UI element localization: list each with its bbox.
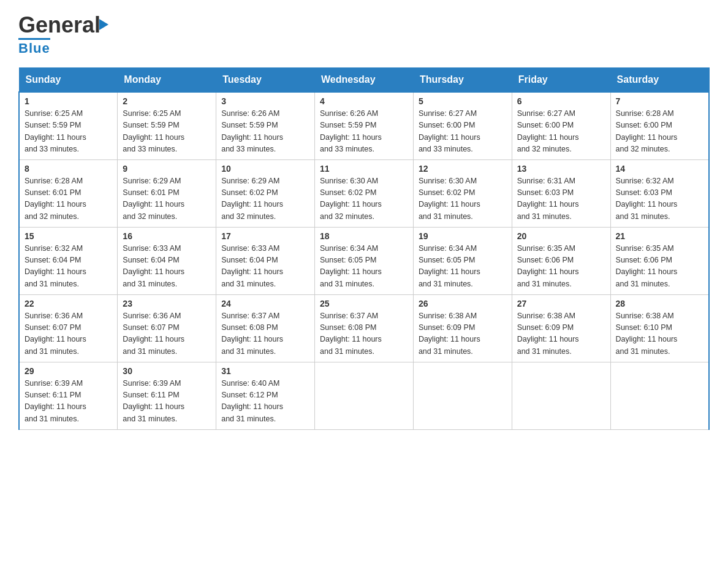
calendar-cell <box>512 362 610 429</box>
day-info: Sunrise: 6:27 AMSunset: 6:00 PMDaylight:… <box>419 108 507 156</box>
week-row-1: 1Sunrise: 6:25 AMSunset: 5:59 PMDaylight… <box>19 92 709 159</box>
calendar-cell: 7Sunrise: 6:28 AMSunset: 6:00 PMDaylight… <box>610 92 709 159</box>
calendar-cell: 20Sunrise: 6:35 AMSunset: 6:06 PMDayligh… <box>512 227 610 294</box>
calendar-cell: 18Sunrise: 6:34 AMSunset: 6:05 PMDayligh… <box>315 227 414 294</box>
week-row-5: 29Sunrise: 6:39 AMSunset: 6:11 PMDayligh… <box>19 362 709 429</box>
calendar-cell: 30Sunrise: 6:39 AMSunset: 6:11 PMDayligh… <box>118 362 216 429</box>
calendar-cell: 19Sunrise: 6:34 AMSunset: 6:05 PMDayligh… <box>413 227 512 294</box>
day-number: 9 <box>123 164 211 174</box>
calendar-table: SundayMondayTuesdayWednesdayThursdayFrid… <box>18 67 710 430</box>
calendar-cell: 12Sunrise: 6:30 AMSunset: 6:02 PMDayligh… <box>413 159 512 227</box>
calendar-cell: 25Sunrise: 6:37 AMSunset: 6:08 PMDayligh… <box>315 294 414 362</box>
day-number: 24 <box>221 299 309 308</box>
day-number: 17 <box>221 231 309 241</box>
calendar-header-row: SundayMondayTuesdayWednesdayThursdayFrid… <box>19 68 709 93</box>
day-number: 22 <box>25 299 112 308</box>
calendar-cell: 22Sunrise: 6:36 AMSunset: 6:07 PMDayligh… <box>19 294 118 362</box>
calendar-cell: 13Sunrise: 6:31 AMSunset: 6:03 PMDayligh… <box>512 159 610 227</box>
day-info: Sunrise: 6:38 AMSunset: 6:09 PMDaylight:… <box>517 310 605 358</box>
day-info: Sunrise: 6:36 AMSunset: 6:07 PMDaylight:… <box>25 310 112 358</box>
day-number: 28 <box>616 299 703 308</box>
week-row-3: 15Sunrise: 6:32 AMSunset: 6:04 PMDayligh… <box>19 227 709 294</box>
calendar-cell: 15Sunrise: 6:32 AMSunset: 6:04 PMDayligh… <box>19 227 118 294</box>
day-info: Sunrise: 6:34 AMSunset: 6:05 PMDaylight:… <box>419 243 507 291</box>
calendar-cell: 21Sunrise: 6:35 AMSunset: 6:06 PMDayligh… <box>610 227 709 294</box>
day-info: Sunrise: 6:28 AMSunset: 6:00 PMDaylight:… <box>616 108 703 156</box>
calendar-cell: 1Sunrise: 6:25 AMSunset: 5:59 PMDaylight… <box>19 92 118 159</box>
day-info: Sunrise: 6:29 AMSunset: 6:01 PMDaylight:… <box>123 175 211 223</box>
calendar-cell: 16Sunrise: 6:33 AMSunset: 6:04 PMDayligh… <box>118 227 216 294</box>
calendar-cell: 17Sunrise: 6:33 AMSunset: 6:04 PMDayligh… <box>216 227 315 294</box>
calendar-cell: 29Sunrise: 6:39 AMSunset: 6:11 PMDayligh… <box>19 362 118 429</box>
day-info: Sunrise: 6:30 AMSunset: 6:02 PMDaylight:… <box>419 175 507 223</box>
logo: General Blue <box>18 12 108 56</box>
calendar-cell: 2Sunrise: 6:25 AMSunset: 5:59 PMDaylight… <box>118 92 216 159</box>
day-info: Sunrise: 6:32 AMSunset: 6:03 PMDaylight:… <box>616 175 703 223</box>
day-number: 13 <box>517 164 605 174</box>
day-number: 4 <box>320 96 408 106</box>
day-number: 16 <box>123 231 211 241</box>
day-number: 31 <box>221 366 309 376</box>
calendar-cell: 23Sunrise: 6:36 AMSunset: 6:07 PMDayligh… <box>118 294 216 362</box>
day-number: 1 <box>25 96 112 106</box>
calendar-cell: 27Sunrise: 6:38 AMSunset: 6:09 PMDayligh… <box>512 294 610 362</box>
calendar-cell: 10Sunrise: 6:29 AMSunset: 6:02 PMDayligh… <box>216 159 315 227</box>
day-info: Sunrise: 6:26 AMSunset: 5:59 PMDaylight:… <box>221 108 309 156</box>
day-number: 6 <box>517 96 605 106</box>
day-info: Sunrise: 6:30 AMSunset: 6:02 PMDaylight:… <box>320 175 408 223</box>
day-info: Sunrise: 6:28 AMSunset: 6:01 PMDaylight:… <box>25 175 112 223</box>
day-number: 23 <box>123 299 211 308</box>
day-info: Sunrise: 6:31 AMSunset: 6:03 PMDaylight:… <box>517 175 605 223</box>
calendar-cell: 8Sunrise: 6:28 AMSunset: 6:01 PMDaylight… <box>19 159 118 227</box>
day-number: 12 <box>419 164 507 174</box>
day-info: Sunrise: 6:37 AMSunset: 6:08 PMDaylight:… <box>320 310 408 358</box>
day-number: 29 <box>25 366 112 376</box>
day-info: Sunrise: 6:33 AMSunset: 6:04 PMDaylight:… <box>123 243 211 291</box>
day-number: 5 <box>419 96 507 106</box>
day-number: 30 <box>123 366 211 376</box>
day-info: Sunrise: 6:26 AMSunset: 5:59 PMDaylight:… <box>320 108 408 156</box>
calendar-cell: 3Sunrise: 6:26 AMSunset: 5:59 PMDaylight… <box>216 92 315 159</box>
calendar-cell <box>315 362 414 429</box>
day-info: Sunrise: 6:25 AMSunset: 5:59 PMDaylight:… <box>123 108 211 156</box>
day-number: 7 <box>616 96 703 106</box>
day-number: 2 <box>123 96 211 106</box>
calendar-cell: 14Sunrise: 6:32 AMSunset: 6:03 PMDayligh… <box>610 159 709 227</box>
day-number: 25 <box>320 299 408 308</box>
logo-arrow-icon <box>99 19 108 30</box>
calendar-cell: 11Sunrise: 6:30 AMSunset: 6:02 PMDayligh… <box>315 159 414 227</box>
calendar-cell: 26Sunrise: 6:38 AMSunset: 6:09 PMDayligh… <box>413 294 512 362</box>
header-tuesday: Tuesday <box>216 68 315 93</box>
day-number: 19 <box>419 231 507 241</box>
day-info: Sunrise: 6:37 AMSunset: 6:08 PMDaylight:… <box>221 310 309 358</box>
day-number: 21 <box>616 231 703 241</box>
logo-blue-text: Blue <box>18 38 50 56</box>
calendar-cell: 31Sunrise: 6:40 AMSunset: 6:12 PMDayligh… <box>216 362 315 429</box>
header-monday: Monday <box>118 68 216 93</box>
day-number: 8 <box>25 164 112 174</box>
calendar-cell: 4Sunrise: 6:26 AMSunset: 5:59 PMDaylight… <box>315 92 414 159</box>
day-number: 3 <box>221 96 309 106</box>
day-number: 27 <box>517 299 605 308</box>
calendar-cell: 28Sunrise: 6:38 AMSunset: 6:10 PMDayligh… <box>610 294 709 362</box>
calendar-cell <box>610 362 709 429</box>
calendar-cell <box>413 362 512 429</box>
day-info: Sunrise: 6:34 AMSunset: 6:05 PMDaylight:… <box>320 243 408 291</box>
day-number: 10 <box>221 164 309 174</box>
logo-general-text: General <box>18 12 100 38</box>
day-info: Sunrise: 6:39 AMSunset: 6:11 PMDaylight:… <box>25 378 112 426</box>
day-number: 14 <box>616 164 703 174</box>
day-info: Sunrise: 6:35 AMSunset: 6:06 PMDaylight:… <box>616 243 703 291</box>
day-number: 11 <box>320 164 408 174</box>
page-header: General Blue <box>18 12 710 56</box>
day-info: Sunrise: 6:40 AMSunset: 6:12 PMDaylight:… <box>221 378 309 426</box>
day-info: Sunrise: 6:36 AMSunset: 6:07 PMDaylight:… <box>123 310 211 358</box>
day-number: 26 <box>419 299 507 308</box>
day-info: Sunrise: 6:39 AMSunset: 6:11 PMDaylight:… <box>123 378 211 426</box>
day-info: Sunrise: 6:38 AMSunset: 6:10 PMDaylight:… <box>616 310 703 358</box>
calendar-cell: 24Sunrise: 6:37 AMSunset: 6:08 PMDayligh… <box>216 294 315 362</box>
header-friday: Friday <box>512 68 610 93</box>
day-info: Sunrise: 6:38 AMSunset: 6:09 PMDaylight:… <box>419 310 507 358</box>
day-info: Sunrise: 6:29 AMSunset: 6:02 PMDaylight:… <box>221 175 309 223</box>
day-info: Sunrise: 6:25 AMSunset: 5:59 PMDaylight:… <box>25 108 112 156</box>
